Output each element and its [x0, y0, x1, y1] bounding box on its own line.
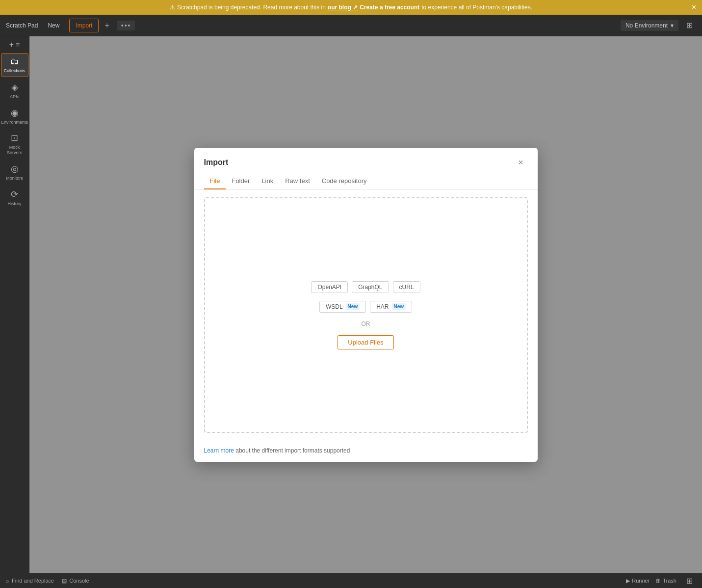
tab-file[interactable]: File	[204, 173, 226, 189]
add-tab-button[interactable]: +	[103, 21, 111, 30]
new-button[interactable]: New	[42, 19, 65, 32]
sidebar-label-history: History	[7, 201, 21, 207]
layout-toggle-button[interactable]: ⊞	[682, 574, 696, 588]
modal-overlay[interactable]: Import × File Folder Link Raw text	[29, 36, 702, 573]
mock-servers-icon: ⊡	[11, 133, 18, 143]
trash-label: Trash	[663, 578, 676, 584]
import-modal: Import × File Folder Link Raw text	[194, 148, 538, 462]
apis-icon: ◈	[11, 82, 18, 93]
env-chevron-icon: ▾	[671, 22, 674, 29]
curl-badge: cURL	[393, 281, 420, 293]
console-button[interactable]: ▤ Console	[62, 578, 89, 584]
har-badge: HAR New	[370, 301, 412, 313]
monitors-icon: ◎	[11, 163, 19, 174]
find-replace-button[interactable]: ⌕ Find and Replace	[6, 578, 54, 584]
sidebar-item-collections[interactable]: 🗂 Collections	[1, 53, 28, 77]
trash-icon: 🗑	[655, 578, 661, 584]
sidebar-filter-button[interactable]: ≡	[16, 41, 20, 49]
environment-selector[interactable]: No Environment ▾	[621, 20, 678, 31]
history-icon: ⟳	[11, 189, 18, 200]
har-new-badge: New	[392, 303, 406, 310]
layout-icon: ⊞	[686, 576, 693, 586]
warning-bar: ⚠ Scratchpad is being deprecated. Read m…	[0, 0, 702, 15]
warning-message: Scratchpad is being deprecated. Read mor…	[177, 4, 326, 11]
sidebar-item-history[interactable]: ⟳ History	[1, 186, 28, 210]
warning-cta-bold: Create a free account	[360, 4, 419, 11]
find-replace-label: Find and Replace	[12, 578, 54, 584]
sidebar-actions: + ≡	[9, 40, 20, 49]
upload-files-button[interactable]: Upload Files	[338, 335, 393, 349]
collections-icon: 🗂	[10, 56, 19, 67]
or-divider: OR	[362, 321, 370, 327]
tab-folder[interactable]: Folder	[226, 173, 256, 189]
modal-header: Import ×	[194, 148, 538, 169]
grid-view-button[interactable]: ⊞	[682, 19, 696, 32]
modal-tabs: File Folder Link Raw text Code repositor…	[194, 169, 538, 189]
bottom-right-actions: ▶ Runner 🗑 Trash ⊞	[626, 574, 696, 588]
sidebar-label-environments: Environments	[1, 120, 28, 125]
format-badges-row2: WSDL New HAR New	[319, 301, 412, 313]
wsdl-new-badge: New	[346, 303, 360, 310]
modal-title: Import	[204, 158, 229, 167]
learn-more-link[interactable]: Learn more	[204, 447, 234, 454]
import-button[interactable]: Import	[69, 19, 99, 32]
tab-link[interactable]: Link	[256, 173, 279, 189]
sidebar-item-apis[interactable]: ◈ APIs	[1, 79, 28, 103]
graphql-badge: GraphQL	[352, 281, 389, 293]
grid-icon: ⊞	[686, 21, 693, 30]
sidebar-item-environments[interactable]: ◉ Environments	[1, 105, 28, 128]
sidebar-label-collections: Collections	[3, 68, 25, 74]
modal-footer: Learn more about the different import fo…	[194, 441, 538, 462]
modal-close-button[interactable]: ×	[514, 156, 528, 169]
sidebar-label-apis: APIs	[10, 94, 19, 100]
sidebar-label-monitors: Monitors	[6, 176, 23, 181]
environments-icon: ◉	[11, 107, 19, 118]
file-drop-zone[interactable]: OpenAPI GraphQL cURL WSDL New HAR New OR…	[204, 197, 528, 433]
runner-icon: ▶	[626, 578, 630, 584]
runner-button[interactable]: ▶ Runner	[626, 578, 650, 584]
sidebar-label-mock-servers: Mock Servers	[3, 145, 26, 156]
trash-button[interactable]: 🗑 Trash	[655, 578, 676, 584]
app-title: Scratch Pad	[6, 22, 38, 29]
console-icon: ▤	[62, 578, 67, 584]
footer-text: about the different import formats suppo…	[234, 447, 350, 454]
tab-raw-text[interactable]: Raw text	[279, 173, 316, 189]
openapi-badge: OpenAPI	[311, 281, 348, 293]
console-label: Console	[69, 578, 89, 584]
sidebar: + ≡ 🗂 Collections ◈ APIs ◉ Environments …	[0, 36, 29, 573]
warning-close-button[interactable]: ×	[692, 3, 696, 12]
warning-link[interactable]: our blog ↗	[328, 4, 358, 11]
warning-icon: ⚠	[170, 4, 175, 11]
tab-dots[interactable]: •••	[117, 21, 135, 30]
app-header: Scratch Pad New Import + ••• No Environm…	[0, 15, 702, 36]
runner-label: Runner	[632, 578, 650, 584]
wsdl-badge: WSDL New	[319, 301, 366, 313]
find-replace-icon: ⌕	[6, 578, 9, 584]
sidebar-add-button[interactable]: +	[9, 40, 14, 49]
sidebar-item-mock-servers[interactable]: ⊡ Mock Servers	[1, 130, 28, 159]
format-badges-row1: OpenAPI GraphQL cURL	[311, 281, 420, 293]
warning-cta-rest: to experience all of Postman's capabilit…	[421, 4, 532, 11]
bottom-bar: ⌕ Find and Replace ▤ Console ▶ Runner 🗑 …	[0, 573, 702, 588]
sidebar-item-monitors[interactable]: ◎ Monitors	[1, 160, 28, 184]
env-label: No Environment	[625, 22, 668, 29]
tab-code-repository[interactable]: Code repository	[316, 173, 373, 189]
main-layout: + ≡ 🗂 Collections ◈ APIs ◉ Environments …	[0, 36, 702, 573]
content-area: Import × File Folder Link Raw text	[29, 36, 702, 573]
